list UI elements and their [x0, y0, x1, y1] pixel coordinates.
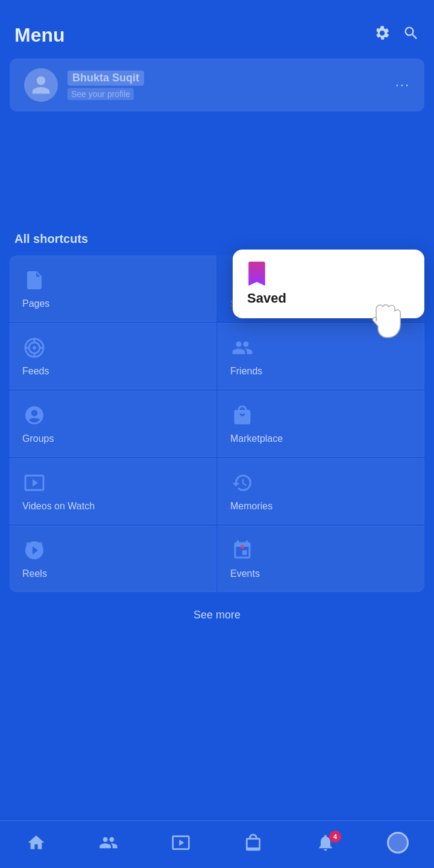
notification-badge: 4	[329, 831, 341, 843]
grid-item-memories[interactable]: Memories	[218, 458, 424, 524]
groups-label: Groups	[22, 433, 204, 444]
grid-item-events[interactable]: Events	[218, 526, 424, 592]
grid-item-feeds[interactable]: Feeds	[10, 323, 216, 389]
profile-section[interactable]: Bhukta Suqit See your profile ···	[10, 58, 424, 112]
grid-item-marketplace[interactable]: Marketplace	[218, 391, 424, 457]
saved-popup[interactable]: Saved	[233, 250, 424, 318]
svg-rect-8	[33, 542, 36, 546]
saved-cell: Saved Saved	[218, 256, 424, 322]
friends-label: Friends	[230, 366, 412, 377]
pages-icon	[22, 268, 46, 292]
avatar	[24, 68, 58, 102]
grid-item-videos[interactable]: Videos on Watch	[10, 458, 216, 524]
bottom-nav: 4	[0, 820, 434, 868]
marketplace-label: Marketplace	[230, 433, 412, 444]
nav-home[interactable]	[18, 829, 54, 856]
profile-left: Bhukta Suqit See your profile	[24, 68, 144, 102]
svg-point-2	[33, 346, 36, 350]
profile-more-icon[interactable]: ···	[395, 77, 410, 93]
settings-icon[interactable]	[374, 25, 391, 46]
events-label: Events	[230, 568, 412, 579]
profile-name: Bhukta Suqit	[68, 71, 144, 86]
grid-item-pages[interactable]: Pages	[10, 256, 216, 322]
grid-item-groups[interactable]: Groups	[10, 391, 216, 457]
nav-profile[interactable]	[380, 829, 416, 856]
events-icon	[230, 538, 254, 562]
nav-friends[interactable]	[90, 829, 127, 856]
videos-label: Videos on Watch	[22, 501, 204, 512]
svg-point-10	[241, 545, 244, 549]
reels-icon	[22, 538, 46, 562]
profile-info: Bhukta Suqit See your profile	[68, 71, 144, 100]
videos-icon	[22, 471, 46, 495]
svg-rect-9	[39, 542, 43, 546]
friends-icon	[230, 336, 254, 360]
grid-item-reels[interactable]: Reels	[10, 526, 216, 592]
page-title: Menu	[14, 24, 65, 46]
marketplace-icon	[230, 403, 254, 427]
profile-subtitle: See your profile	[68, 88, 134, 100]
reels-label: Reels	[22, 568, 204, 579]
feeds-label: Feeds	[22, 366, 204, 377]
saved-bookmark-icon	[247, 262, 266, 286]
memories-label: Memories	[230, 501, 412, 512]
memories-icon	[230, 471, 254, 495]
header-actions	[374, 25, 420, 46]
header: Menu	[0, 0, 434, 58]
svg-rect-7	[27, 542, 30, 546]
shortcuts-grid: Pages Saved	[10, 256, 424, 592]
nav-notifications[interactable]: 4	[307, 829, 344, 856]
see-more-button[interactable]: See more	[0, 592, 434, 638]
nav-watch[interactable]	[163, 829, 199, 856]
saved-popup-label: Saved	[247, 291, 286, 306]
cursor-hand	[358, 294, 412, 348]
feeds-icon	[22, 336, 46, 360]
nav-marketplace[interactable]	[235, 829, 271, 856]
nav-avatar	[387, 832, 409, 854]
groups-icon	[22, 403, 46, 427]
pages-label: Pages	[22, 298, 204, 309]
search-icon[interactable]	[403, 25, 420, 46]
